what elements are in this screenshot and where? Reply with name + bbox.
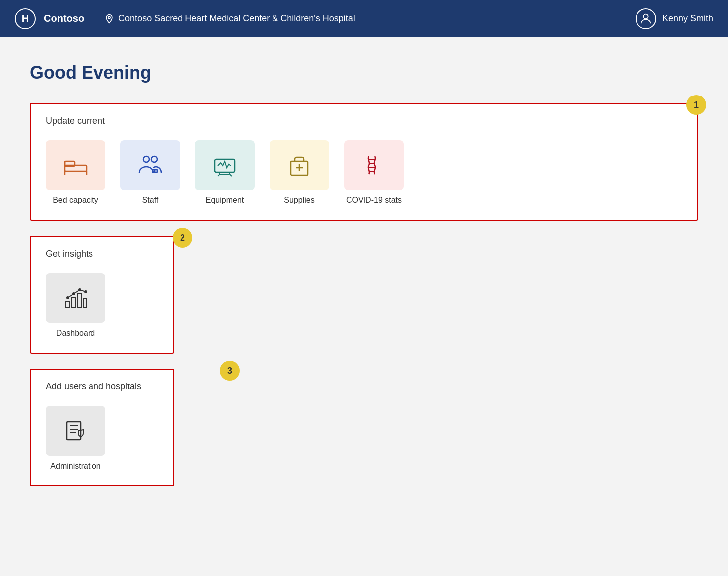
admin-icon [61, 416, 91, 446]
badge-1: 1 [686, 95, 706, 115]
equipment-icon-box [195, 140, 255, 190]
brand-name: Contoso [44, 13, 84, 24]
location-text: Contoso Sacred Heart Medical Center & Ch… [118, 13, 355, 24]
svg-rect-26 [84, 299, 87, 308]
svg-rect-23 [66, 302, 70, 308]
section-title-admin: Add users and hospitals [46, 382, 158, 392]
badge-3: 3 [220, 361, 240, 381]
user-name: Kenny Smith [662, 13, 713, 24]
update-icon-grid: Bed capacity Staff [46, 140, 682, 205]
svg-line-15 [230, 174, 232, 176]
main-content: Good Evening 1 Update current Bed capaci… [0, 37, 728, 526]
svg-point-1 [643, 14, 648, 18]
staff-item[interactable]: Staff [120, 140, 180, 205]
dashboard-item[interactable]: Dashboard [46, 273, 105, 338]
svg-point-30 [84, 290, 87, 293]
covid-item[interactable]: COVID-19 stats [344, 140, 404, 205]
bed-capacity-icon-box [46, 140, 105, 190]
supplies-item[interactable]: Supplies [270, 140, 329, 205]
brand-logo: H [15, 8, 36, 29]
supplies-icon-box [270, 140, 329, 190]
bed-capacity-item[interactable]: Bed capacity [46, 140, 105, 205]
staff-icon-box [120, 140, 180, 190]
dashboard-icon [61, 283, 91, 313]
equipment-icon [210, 150, 240, 180]
app-header: H Contoso Contoso Sacred Heart Medical C… [0, 0, 728, 37]
bed-capacity-label: Bed capacity [53, 196, 98, 205]
staff-label: Staff [142, 196, 159, 205]
add-users-section: 3 Add users and hospitals Adminis [30, 369, 174, 486]
section-title-update: Update current [46, 116, 682, 126]
update-current-section: 1 Update current Bed capacity [30, 103, 698, 221]
header-divider [94, 10, 94, 28]
svg-point-7 [143, 156, 149, 162]
covid-label: COVID-19 stats [346, 196, 402, 205]
staff-icon [135, 150, 165, 180]
get-insights-section: 2 Get insights [30, 236, 174, 354]
admin-icon-grid: Administration [46, 406, 158, 471]
avatar [636, 8, 656, 29]
equipment-item[interactable]: Equipment [195, 140, 255, 205]
svg-point-0 [108, 16, 110, 18]
svg-point-28 [72, 292, 75, 295]
svg-line-14 [218, 174, 220, 176]
svg-point-29 [78, 288, 81, 291]
supplies-label: Supplies [284, 196, 314, 205]
svg-rect-24 [72, 298, 76, 308]
svg-rect-13 [220, 172, 230, 174]
svg-rect-25 [78, 294, 82, 308]
section-title-insights: Get insights [46, 249, 158, 259]
dashboard-label: Dashboard [56, 329, 95, 338]
svg-point-27 [66, 296, 69, 299]
user-icon [639, 12, 653, 26]
location-label: Contoso Sacred Heart Medical Center & Ch… [104, 13, 636, 24]
badge-2: 2 [173, 228, 192, 248]
admin-icon-box [46, 406, 105, 456]
svg-point-8 [151, 156, 157, 162]
insights-icon-grid: Dashboard [46, 273, 158, 338]
supplies-icon [284, 150, 314, 180]
administration-item[interactable]: Administration [46, 406, 105, 471]
dashboard-icon-box [46, 273, 105, 323]
covid-icon [359, 150, 389, 180]
covid-icon-box [344, 140, 404, 190]
equipment-label: Equipment [206, 196, 244, 205]
bed-icon [61, 150, 91, 180]
greeting-text: Good Evening [30, 62, 698, 83]
location-icon [104, 14, 114, 24]
administration-label: Administration [50, 462, 100, 471]
user-info: Kenny Smith [636, 8, 713, 29]
